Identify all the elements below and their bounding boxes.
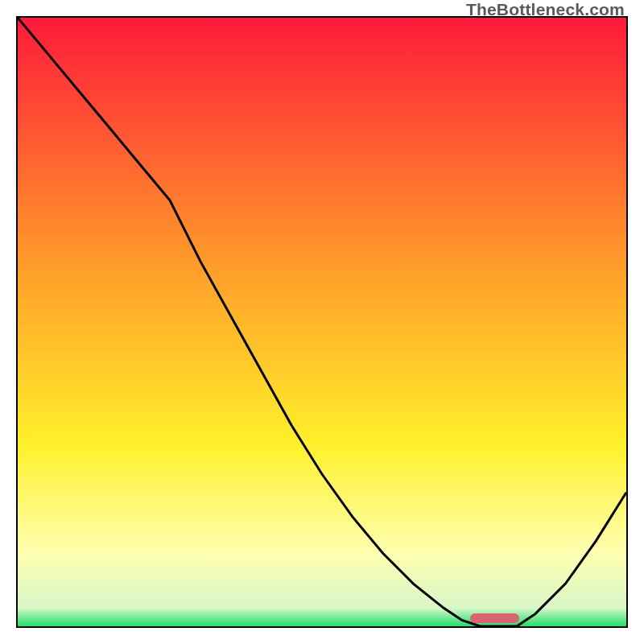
chart-container: TheBottleneck.com [0, 0, 644, 644]
plot-area [16, 16, 628, 628]
optimal-range-marker [470, 613, 519, 623]
curve-line [18, 18, 626, 626]
